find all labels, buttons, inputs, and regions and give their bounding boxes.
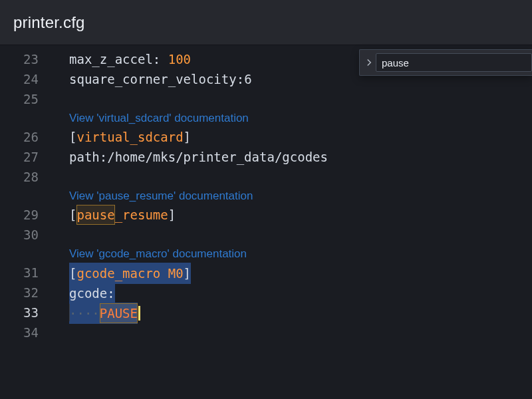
code-line[interactable]: [virtual_sdcard] <box>69 127 532 147</box>
line-number: 30 <box>0 225 39 245</box>
code-line[interactable]: path:/home/mks/printer_data/gcodes <box>69 147 532 167</box>
config-key: max_z_accel <box>69 52 153 66</box>
titlebar: printer.cfg <box>0 0 532 45</box>
line-number: 25 <box>0 89 39 109</box>
line-number: 28 <box>0 167 39 187</box>
code-line[interactable] <box>69 89 532 109</box>
text-caret <box>138 306 140 321</box>
line-number: 34 <box>0 323 39 342</box>
find-input[interactable] <box>376 53 532 72</box>
code-area[interactable]: max_z_accel: 100square_corner_velocity:6… <box>69 49 532 342</box>
code-line[interactable] <box>69 167 532 187</box>
editor[interactable]: 232425262728293031323334 max_z_accel: 10… <box>0 45 532 342</box>
code-lens-link[interactable]: View 'gcode_macro' documentation <box>69 245 532 263</box>
line-number: 26 <box>0 127 39 147</box>
code-lens-link[interactable]: View 'pause_resume' documentation <box>69 187 532 205</box>
line-number: 33 <box>0 303 39 323</box>
gutter-lens-spacer <box>0 245 39 263</box>
bracket-close: ] <box>184 266 191 281</box>
line-number: 31 <box>0 263 39 283</box>
code-line[interactable] <box>69 323 532 342</box>
bracket-open: [ <box>69 266 76 281</box>
file-name: printer.cfg <box>13 13 85 32</box>
code-line[interactable] <box>69 225 532 245</box>
config-value: 6 <box>244 72 251 86</box>
gutter-lens-spacer <box>0 187 39 205</box>
find-match: pause <box>76 205 114 225</box>
code-line[interactable]: ····PAUSE <box>69 303 532 323</box>
config-key: path <box>69 150 100 164</box>
bracket-close: ] <box>168 207 176 222</box>
find-match: PAUSE <box>100 303 138 323</box>
gutter-lens-spacer <box>0 109 39 127</box>
bracket-open: [ <box>69 130 76 144</box>
indent-guide <box>69 304 70 321</box>
whitespace-dots: ···· <box>69 306 100 321</box>
code-line[interactable]: gcode: <box>69 283 532 303</box>
bracket-open: [ <box>69 207 76 222</box>
bracket-close: ] <box>184 130 191 144</box>
section-name: virtual_sdcard <box>76 130 183 144</box>
line-number: 29 <box>0 205 39 225</box>
find-widget[interactable] <box>359 49 532 76</box>
toggle-replace-button[interactable] <box>362 52 376 73</box>
code-line[interactable]: [pause_resume] <box>69 205 532 225</box>
line-number: 24 <box>0 69 39 89</box>
line-number: 27 <box>0 147 39 167</box>
config-value: 100 <box>168 52 191 66</box>
line-number-gutter: 232425262728293031323334 <box>0 49 53 342</box>
chevron-right-icon <box>365 59 373 66</box>
config-key: square_corner_velocity <box>69 72 237 86</box>
config-key: gcode <box>69 286 107 301</box>
config-value: /home/mks/printer_data/gcodes <box>107 150 328 164</box>
section-name: gcode_macro M0 <box>76 266 183 281</box>
code-lens-link[interactable]: View 'virtual_sdcard' documentation <box>69 109 532 127</box>
line-number: 32 <box>0 283 39 303</box>
code-line[interactable]: [gcode_macro M0] <box>69 263 532 283</box>
line-number: 23 <box>0 49 39 69</box>
macro-command: PAUSE <box>100 306 138 321</box>
section-name: pause_resume <box>76 207 168 222</box>
